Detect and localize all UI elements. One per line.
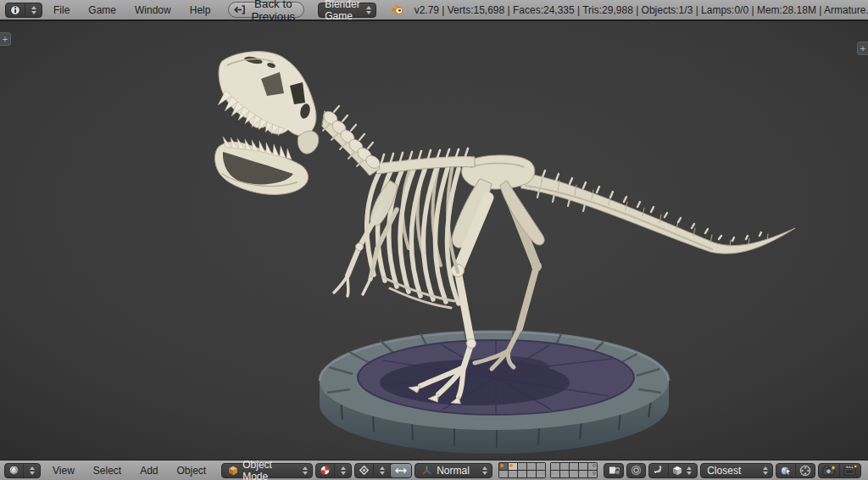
render-engine-select[interactable]: Blender Game [318,3,376,18]
shading-sphere-icon [316,464,335,477]
orientation-spinner[interactable] [482,466,489,475]
layer-20[interactable] [588,471,597,477]
layer-9[interactable] [579,463,587,470]
layer-10[interactable] [588,463,597,470]
layer-7[interactable] [560,463,569,470]
layer-19[interactable] [579,471,587,477]
snap-target-select[interactable]: Closest [700,463,773,478]
stone-pedestal [320,330,669,454]
layer-4[interactable] [527,463,536,470]
menu-add[interactable]: Add [131,465,167,477]
layers-widget [498,462,598,478]
scene-lock-icon [604,464,623,477]
snap-cube-icon [672,466,682,476]
menu-view[interactable]: View [43,465,84,477]
layer-16[interactable] [551,471,559,477]
layer-12[interactable] [509,471,517,477]
mode-value: Object Mode [242,459,297,480]
blender-logo-icon [390,3,404,16]
layer-15[interactable] [537,471,545,477]
back-arrow-icon [234,5,246,14]
interaction-mode-select[interactable]: Object Mode [221,463,313,478]
menu-select[interactable]: Select [84,465,131,477]
opengl-render-group [818,463,861,478]
top-menu: File Game Window Help [44,4,220,16]
engine-spinner[interactable] [366,6,373,14]
3d-viewport-sphere-icon [5,464,24,477]
viewport-header-bar: View Select Add Object Object Mode [0,460,868,480]
pivot-diamond-icon[interactable] [355,464,374,477]
translate-manipulator-toggle[interactable] [391,464,411,477]
proportional-circle-icon [627,464,645,477]
menu-file[interactable]: File [44,4,79,16]
layer-3[interactable] [518,463,526,470]
menu-window[interactable]: Window [125,4,181,16]
magnet-icon[interactable] [649,464,669,477]
layer-2[interactable] [509,463,517,470]
editor-type-spinner[interactable] [31,6,38,14]
editor-type-select[interactable] [5,3,42,18]
viewport-shading-select[interactable] [315,463,352,478]
orientation-value: Normal [437,465,470,477]
back-to-previous-button[interactable]: Back to Previous [228,2,304,18]
snap-target-value: Closest [707,465,741,477]
layer-5[interactable] [537,463,545,470]
layer-11[interactable] [499,471,508,477]
mode-spinner[interactable] [303,466,309,475]
back-button-label: Back to Previous [251,0,295,23]
align-rotation-toggle[interactable] [776,464,796,477]
viewport-editor-spinner[interactable] [30,466,36,475]
menu-help[interactable]: Help [181,4,220,16]
3d-viewport[interactable]: + + [0,21,868,460]
snap-group [648,463,698,478]
pivot-and-manipulator-group [354,463,412,478]
shading-spinner[interactable] [341,466,348,475]
layer-18[interactable] [570,471,578,477]
snap-element-select[interactable] [669,464,697,477]
cube-icon [228,466,238,476]
snap-target-spinner[interactable] [763,466,770,475]
layer-17[interactable] [560,471,569,477]
layer-6[interactable] [551,463,559,470]
reel-icon [799,465,811,477]
menu-object[interactable]: Object [168,465,216,477]
camera-icon [822,465,836,476]
viewport-editor-type-select[interactable] [4,463,41,478]
opengl-render-anim-button[interactable] [840,464,860,477]
ball-cursor-icon [780,465,792,477]
layers-group-2[interactable] [550,462,598,478]
layer-14[interactable] [527,471,536,477]
properties-panel-toggle[interactable]: + [857,42,868,55]
axis-icon [421,465,432,476]
snap-self-toggle[interactable] [796,464,815,477]
scene-lock-button[interactable] [604,463,624,478]
tool-shelf-toggle[interactable]: + [0,32,11,46]
proportional-edit-button[interactable] [626,463,646,478]
clapperboard-icon [843,465,857,476]
scene-statistics: v2.79 | Verts:15,698 | Faces:24,335 | Tr… [415,4,868,16]
layer-8[interactable] [570,463,578,470]
menu-game[interactable]: Game [79,4,125,16]
layer-13[interactable] [518,471,526,477]
engine-value: Blender Game [325,0,359,22]
layer-1[interactable] [499,463,508,470]
transform-orientation-select[interactable]: Normal [415,463,492,478]
snap-options-group [776,463,815,478]
snap-element-spinner[interactable] [687,466,693,475]
info-circle-icon [6,3,25,17]
trex-skeleton-scene [0,21,868,460]
pivot-spinner[interactable] [380,466,387,475]
opengl-render-image-button[interactable] [819,464,840,477]
info-header-bar: File Game Window Help Back to Previous B… [0,0,868,21]
layers-group-1[interactable] [498,462,546,478]
viewport-menu: View Select Add Object [43,465,215,477]
